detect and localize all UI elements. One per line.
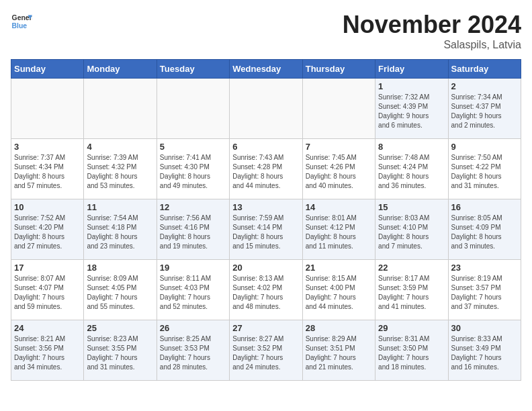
calendar-cell: 16Sunrise: 8:05 AM Sunset: 4:09 PM Dayli… bbox=[448, 199, 521, 260]
day-number: 9 bbox=[451, 142, 518, 152]
day-info: Sunrise: 7:56 AM Sunset: 4:16 PM Dayligh… bbox=[160, 214, 226, 251]
calendar-week-row: 17Sunrise: 8:07 AM Sunset: 4:07 PM Dayli… bbox=[11, 260, 521, 320]
day-info: Sunrise: 8:33 AM Sunset: 3:49 PM Dayligh… bbox=[451, 334, 518, 372]
calendar-cell: 23Sunrise: 8:19 AM Sunset: 3:57 PM Dayli… bbox=[448, 260, 521, 320]
calendar-week-row: 1Sunrise: 7:32 AM Sunset: 4:39 PM Daylig… bbox=[11, 79, 521, 139]
weekday-header: Sunday bbox=[11, 60, 84, 79]
calendar-cell: 1Sunrise: 7:32 AM Sunset: 4:39 PM Daylig… bbox=[375, 79, 448, 139]
calendar-cell: 15Sunrise: 8:03 AM Sunset: 4:10 PM Dayli… bbox=[375, 199, 448, 260]
day-info: Sunrise: 8:31 AM Sunset: 3:50 PM Dayligh… bbox=[378, 334, 445, 372]
day-number: 26 bbox=[160, 323, 226, 333]
day-number: 13 bbox=[232, 202, 299, 212]
day-info: Sunrise: 7:39 AM Sunset: 4:32 PM Dayligh… bbox=[87, 153, 153, 191]
calendar-cell: 7Sunrise: 7:45 AM Sunset: 4:26 PM Daylig… bbox=[302, 139, 375, 199]
calendar-cell: 17Sunrise: 8:07 AM Sunset: 4:07 PM Dayli… bbox=[11, 260, 84, 320]
calendar-cell: 26Sunrise: 8:25 AM Sunset: 3:53 PM Dayli… bbox=[157, 320, 229, 381]
calendar-cell: 6Sunrise: 7:43 AM Sunset: 4:28 PM Daylig… bbox=[230, 139, 302, 199]
month-title: November 2024 bbox=[343, 11, 521, 39]
calendar-cell: 11Sunrise: 7:54 AM Sunset: 4:18 PM Dayli… bbox=[84, 199, 157, 260]
day-info: Sunrise: 7:37 AM Sunset: 4:34 PM Dayligh… bbox=[14, 153, 81, 191]
weekday-header: Friday bbox=[375, 60, 448, 79]
calendar-cell: 10Sunrise: 7:52 AM Sunset: 4:20 PM Dayli… bbox=[11, 199, 84, 260]
weekday-header-row: SundayMondayTuesdayWednesdayThursdayFrid… bbox=[11, 60, 521, 79]
day-info: Sunrise: 7:59 AM Sunset: 4:14 PM Dayligh… bbox=[232, 214, 299, 251]
weekday-header: Thursday bbox=[302, 60, 375, 79]
day-info: Sunrise: 8:27 AM Sunset: 3:52 PM Dayligh… bbox=[232, 334, 299, 372]
calendar-cell: 25Sunrise: 8:23 AM Sunset: 3:55 PM Dayli… bbox=[84, 320, 157, 381]
weekday-header: Tuesday bbox=[157, 60, 229, 79]
day-info: Sunrise: 7:48 AM Sunset: 4:24 PM Dayligh… bbox=[378, 153, 445, 191]
day-info: Sunrise: 7:43 AM Sunset: 4:28 PM Dayligh… bbox=[232, 153, 299, 191]
calendar-cell: 29Sunrise: 8:31 AM Sunset: 3:50 PM Dayli… bbox=[375, 320, 448, 381]
day-number: 27 bbox=[232, 323, 299, 333]
day-info: Sunrise: 7:52 AM Sunset: 4:20 PM Dayligh… bbox=[14, 214, 81, 251]
location-title: Salaspils, Latvia bbox=[343, 39, 521, 51]
calendar-cell: 18Sunrise: 8:09 AM Sunset: 4:05 PM Dayli… bbox=[84, 260, 157, 320]
day-number: 3 bbox=[14, 142, 81, 152]
day-info: Sunrise: 8:05 AM Sunset: 4:09 PM Dayligh… bbox=[451, 214, 518, 251]
calendar-cell bbox=[84, 79, 157, 139]
day-number: 23 bbox=[451, 263, 518, 273]
page-header: General Blue November 2024 Salaspils, La… bbox=[11, 11, 521, 51]
day-number: 18 bbox=[87, 263, 153, 273]
calendar-week-row: 24Sunrise: 8:21 AM Sunset: 3:56 PM Dayli… bbox=[11, 320, 521, 381]
day-info: Sunrise: 8:25 AM Sunset: 3:53 PM Dayligh… bbox=[160, 334, 226, 372]
calendar-cell bbox=[302, 79, 375, 139]
day-info: Sunrise: 8:01 AM Sunset: 4:12 PM Dayligh… bbox=[306, 214, 372, 251]
day-info: Sunrise: 8:11 AM Sunset: 4:03 PM Dayligh… bbox=[160, 274, 226, 312]
day-number: 17 bbox=[14, 263, 81, 273]
calendar-cell: 30Sunrise: 8:33 AM Sunset: 3:49 PM Dayli… bbox=[448, 320, 521, 381]
day-number: 16 bbox=[451, 202, 518, 212]
calendar-cell: 8Sunrise: 7:48 AM Sunset: 4:24 PM Daylig… bbox=[375, 139, 448, 199]
day-info: Sunrise: 8:17 AM Sunset: 3:59 PM Dayligh… bbox=[378, 274, 445, 312]
day-info: Sunrise: 7:34 AM Sunset: 4:37 PM Dayligh… bbox=[451, 93, 518, 130]
day-number: 8 bbox=[378, 142, 445, 152]
calendar-cell bbox=[11, 79, 84, 139]
day-info: Sunrise: 8:19 AM Sunset: 3:57 PM Dayligh… bbox=[451, 274, 518, 312]
day-info: Sunrise: 7:50 AM Sunset: 4:22 PM Dayligh… bbox=[451, 153, 518, 191]
calendar-table: SundayMondayTuesdayWednesdayThursdayFrid… bbox=[11, 59, 521, 381]
day-info: Sunrise: 7:32 AM Sunset: 4:39 PM Dayligh… bbox=[378, 93, 445, 130]
calendar-cell: 13Sunrise: 7:59 AM Sunset: 4:14 PM Dayli… bbox=[230, 199, 302, 260]
day-number: 22 bbox=[378, 263, 445, 273]
day-number: 10 bbox=[14, 202, 81, 212]
day-number: 29 bbox=[378, 323, 445, 333]
calendar-cell: 20Sunrise: 8:13 AM Sunset: 4:02 PM Dayli… bbox=[230, 260, 302, 320]
day-number: 12 bbox=[160, 202, 226, 212]
day-info: Sunrise: 8:09 AM Sunset: 4:05 PM Dayligh… bbox=[87, 274, 153, 312]
day-number: 21 bbox=[306, 263, 372, 273]
day-number: 25 bbox=[87, 323, 153, 333]
calendar-cell: 22Sunrise: 8:17 AM Sunset: 3:59 PM Dayli… bbox=[375, 260, 448, 320]
day-number: 11 bbox=[87, 202, 153, 212]
day-info: Sunrise: 8:29 AM Sunset: 3:51 PM Dayligh… bbox=[306, 334, 372, 372]
calendar-cell: 9Sunrise: 7:50 AM Sunset: 4:22 PM Daylig… bbox=[448, 139, 521, 199]
day-number: 7 bbox=[306, 142, 372, 152]
day-number: 24 bbox=[14, 323, 81, 333]
day-info: Sunrise: 8:15 AM Sunset: 4:00 PM Dayligh… bbox=[306, 274, 372, 312]
weekday-header: Monday bbox=[84, 60, 157, 79]
day-number: 28 bbox=[306, 323, 372, 333]
day-number: 14 bbox=[306, 202, 372, 212]
calendar-week-row: 10Sunrise: 7:52 AM Sunset: 4:20 PM Dayli… bbox=[11, 199, 521, 260]
day-number: 6 bbox=[232, 142, 299, 152]
calendar-cell: 19Sunrise: 8:11 AM Sunset: 4:03 PM Dayli… bbox=[157, 260, 229, 320]
calendar-cell: 4Sunrise: 7:39 AM Sunset: 4:32 PM Daylig… bbox=[84, 139, 157, 199]
day-number: 4 bbox=[87, 142, 153, 152]
calendar-cell: 5Sunrise: 7:41 AM Sunset: 4:30 PM Daylig… bbox=[157, 139, 229, 199]
calendar-cell: 14Sunrise: 8:01 AM Sunset: 4:12 PM Dayli… bbox=[302, 199, 375, 260]
calendar-cell: 24Sunrise: 8:21 AM Sunset: 3:56 PM Dayli… bbox=[11, 320, 84, 381]
calendar-cell: 27Sunrise: 8:27 AM Sunset: 3:52 PM Dayli… bbox=[230, 320, 302, 381]
day-number: 20 bbox=[232, 263, 299, 273]
title-section: November 2024 Salaspils, Latvia bbox=[343, 11, 521, 51]
day-info: Sunrise: 8:21 AM Sunset: 3:56 PM Dayligh… bbox=[14, 334, 81, 372]
day-info: Sunrise: 8:23 AM Sunset: 3:55 PM Dayligh… bbox=[87, 334, 153, 372]
calendar-cell: 2Sunrise: 7:34 AM Sunset: 4:37 PM Daylig… bbox=[448, 79, 521, 139]
day-number: 30 bbox=[451, 323, 518, 333]
calendar-week-row: 3Sunrise: 7:37 AM Sunset: 4:34 PM Daylig… bbox=[11, 139, 521, 199]
logo-icon: General Blue bbox=[11, 11, 32, 32]
calendar-cell: 28Sunrise: 8:29 AM Sunset: 3:51 PM Dayli… bbox=[302, 320, 375, 381]
weekday-header: Saturday bbox=[448, 60, 521, 79]
svg-text:Blue: Blue bbox=[12, 22, 28, 30]
day-info: Sunrise: 8:03 AM Sunset: 4:10 PM Dayligh… bbox=[378, 214, 445, 251]
weekday-header: Wednesday bbox=[230, 60, 302, 79]
